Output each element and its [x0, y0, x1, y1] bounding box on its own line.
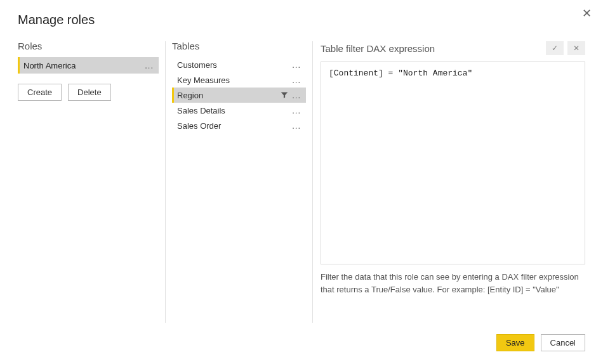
expression-header-row: Table filter DAX expression ✓ ✕	[321, 41, 585, 55]
table-item-menu[interactable]: ...	[291, 60, 302, 70]
expression-header: Table filter DAX expression	[321, 44, 435, 53]
table-item-menu[interactable]: ...	[291, 121, 302, 131]
dax-expression-input[interactable]	[321, 62, 585, 264]
table-item-menu[interactable]: ...	[291, 91, 302, 100]
dialog-footer: Save Cancel	[18, 334, 585, 351]
expression-column: Table filter DAX expression ✓ ✕ Filter t…	[312, 41, 585, 323]
table-item-label: Sales Details	[177, 106, 225, 115]
table-item-key-measures[interactable]: Key Measures ...	[172, 72, 306, 88]
reject-expression-button[interactable]: ✕	[567, 41, 585, 55]
roles-header: Roles	[18, 41, 159, 51]
role-item-north-america[interactable]: North America ...	[18, 57, 159, 74]
role-item-menu[interactable]: ...	[143, 61, 155, 70]
dialog-title: Manage roles	[18, 13, 585, 27]
table-item-sales-details[interactable]: Sales Details ...	[172, 103, 306, 118]
columns: Roles North America ... Create Delete Ta…	[18, 41, 585, 323]
create-role-button[interactable]: Create	[18, 84, 62, 101]
expression-help-text: Filter the data that this role can see b…	[321, 271, 585, 296]
table-item-customers[interactable]: Customers ...	[172, 57, 306, 72]
expression-mini-buttons: ✓ ✕	[546, 41, 585, 55]
manage-roles-dialog: ✕ Manage roles Roles North America ... C…	[0, 0, 603, 364]
delete-role-button[interactable]: Delete	[68, 84, 111, 101]
roles-column: Roles North America ... Create Delete	[18, 41, 165, 323]
table-item-menu[interactable]: ...	[291, 106, 302, 115]
filter-icon	[281, 91, 288, 99]
table-item-label: Sales Order	[177, 121, 221, 131]
table-item-label: Region	[177, 91, 203, 100]
table-item-sales-order[interactable]: Sales Order ...	[172, 118, 306, 133]
accept-expression-button[interactable]: ✓	[546, 41, 564, 55]
tables-column: Tables Customers ... Key Measures ... Re…	[165, 41, 312, 323]
role-buttons: Create Delete	[18, 84, 159, 101]
close-button[interactable]: ✕	[582, 8, 592, 19]
role-item-label: North America	[23, 61, 76, 70]
table-item-menu[interactable]: ...	[291, 75, 302, 85]
save-button[interactable]: Save	[496, 334, 534, 351]
table-item-region[interactable]: Region ...	[172, 88, 306, 103]
table-item-label: Key Measures	[177, 75, 230, 85]
table-item-label: Customers	[177, 60, 217, 70]
tables-header: Tables	[172, 41, 306, 51]
cancel-button[interactable]: Cancel	[541, 334, 585, 351]
